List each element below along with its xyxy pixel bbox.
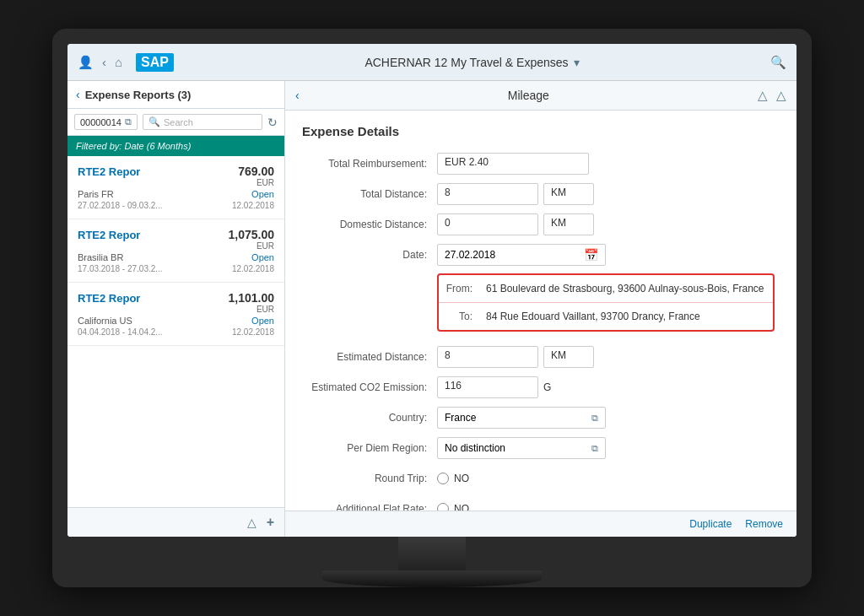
nav-search-icon[interactable]: 🔍 bbox=[770, 55, 786, 70]
domestic-distance-unit: KM bbox=[543, 213, 594, 235]
expense-list: RTE2 Repor 769.00 EUR Paris FR Open 2 bbox=[68, 156, 284, 507]
expense-currency-2: EUR bbox=[256, 241, 274, 251]
co2-unit: G bbox=[543, 381, 551, 393]
date-label: Date: bbox=[302, 249, 437, 261]
left-back-arrow[interactable]: ‹ bbox=[76, 88, 80, 101]
per-diem-label: Per Diem Region: bbox=[302, 442, 437, 454]
estimated-distance-unit: KM bbox=[543, 346, 594, 368]
to-label: To: bbox=[439, 311, 481, 322]
expense-name-2: RTE2 Repor bbox=[78, 229, 140, 241]
refresh-icon[interactable]: ↻ bbox=[267, 116, 278, 129]
country-label: Country: bbox=[302, 412, 437, 424]
filter-icon[interactable]: △ bbox=[247, 516, 256, 529]
per-diem-dropdown[interactable]: No distinction ⧉ bbox=[437, 437, 606, 459]
nav-icons: 👤 ‹ ⌂ SAP bbox=[78, 53, 174, 72]
expense-location-2: Brasilia BR bbox=[78, 252, 123, 262]
to-input[interactable] bbox=[481, 305, 773, 327]
estimated-distance-row: Estimated Distance: 8 KM bbox=[302, 345, 780, 369]
copy-icon[interactable]: ⧉ bbox=[125, 116, 132, 127]
co2-row: Estimated CO2 Emission: 116 G bbox=[302, 376, 780, 399]
expense-location-1: Paris FR bbox=[78, 189, 114, 199]
from-label: From: bbox=[439, 283, 481, 294]
total-reimbursement-input[interactable]: EUR 2.40 bbox=[437, 153, 589, 175]
expense-location-3: California US bbox=[78, 316, 132, 326]
flat-rate-label: Additional Flat Rate: bbox=[302, 503, 437, 511]
home-icon[interactable]: ⌂ bbox=[115, 55, 122, 69]
expense-date-range-2: 17.03.2018 - 27.03.2... bbox=[78, 264, 163, 273]
from-row: From: bbox=[439, 275, 773, 303]
country-dropdown[interactable]: France ⧉ bbox=[437, 407, 606, 429]
round-trip-label: Round Trip: bbox=[302, 473, 437, 484]
expense-amount-2: 1,075.00 bbox=[229, 228, 275, 241]
co2-label: Estimated CO2 Emission: bbox=[302, 381, 437, 393]
monitor: 👤 ‹ ⌂ SAP ACHERNAR 12 My Travel & Expens… bbox=[52, 29, 812, 587]
total-distance-input[interactable]: 8 bbox=[437, 183, 538, 205]
report-id-badge: 00000014 ⧉ bbox=[74, 114, 138, 130]
expense-currency-3: EUR bbox=[256, 305, 274, 314]
expense-date2-1: 12.02.2018 bbox=[232, 201, 274, 210]
from-to-wrapper: From: To: bbox=[302, 273, 780, 338]
expense-item-2[interactable]: RTE2 Repor 1,075.00 EUR Brasilia BR Open bbox=[68, 219, 284, 283]
user-icon[interactable]: 👤 bbox=[78, 55, 94, 70]
from-input[interactable] bbox=[481, 278, 773, 300]
total-distance-label: Total Distance: bbox=[302, 188, 437, 200]
duplicate-button[interactable]: Duplicate bbox=[689, 518, 732, 530]
back-nav-icon[interactable]: ‹ bbox=[102, 55, 106, 69]
remove-button[interactable]: Remove bbox=[745, 518, 783, 530]
left-panel-title: Expense Reports (3) bbox=[85, 89, 276, 101]
left-search-row: 00000014 ⧉ 🔍 Search ↻ bbox=[68, 109, 284, 136]
expense-item-1[interactable]: RTE2 Repor 769.00 EUR Paris FR Open 2 bbox=[68, 156, 284, 219]
monitor-stand bbox=[68, 537, 796, 587]
left-footer: △ + bbox=[68, 507, 284, 537]
expense-details-form: Expense Details Total Reimbursement: EUR… bbox=[285, 111, 796, 511]
calendar-icon[interactable]: 📅 bbox=[584, 248, 598, 262]
expense-status-3: Open bbox=[251, 316, 274, 326]
domestic-distance-input[interactable]: 0 bbox=[437, 213, 538, 235]
monitor-neck bbox=[398, 537, 466, 570]
right-header: ‹ Mileage △ △ bbox=[285, 81, 796, 111]
filter-banner: Filtered by: Date (6 Months) bbox=[68, 136, 284, 156]
total-distance-row: Total Distance: 8 KM bbox=[302, 182, 780, 206]
round-trip-radio-group: NO bbox=[437, 473, 469, 484]
expense-date-range-3: 04.04.2018 - 14.04.2... bbox=[78, 327, 163, 337]
left-panel: ‹ Expense Reports (3) 00000014 ⧉ 🔍 Searc… bbox=[68, 81, 285, 537]
total-distance-unit: KM bbox=[543, 183, 594, 205]
flat-rate-radio-label: NO bbox=[454, 503, 469, 511]
estimated-distance-input[interactable]: 8 bbox=[437, 346, 538, 368]
domestic-distance-label: Domestic Distance: bbox=[302, 219, 437, 230]
round-trip-radio-label: NO bbox=[454, 473, 469, 484]
expense-amount-3: 1,101.00 bbox=[229, 291, 275, 305]
per-diem-row: Per Diem Region: No distinction ⧉ bbox=[302, 436, 780, 460]
left-header: ‹ Expense Reports (3) bbox=[68, 81, 284, 109]
expense-date2-2: 12.02.2018 bbox=[232, 264, 274, 273]
right-back-arrow[interactable]: ‹ bbox=[295, 89, 300, 102]
expense-name-1: RTE2 Repor bbox=[78, 165, 140, 178]
flat-rate-radio-group: NO bbox=[437, 503, 469, 511]
search-box[interactable]: 🔍 Search bbox=[143, 114, 262, 130]
date-input[interactable]: 27.02.2018 📅 bbox=[437, 244, 606, 266]
search-icon: 🔍 bbox=[148, 116, 160, 127]
expense-item-3[interactable]: RTE2 Repor 1,101.00 EUR California US Op… bbox=[68, 283, 284, 346]
expense-date2-3: 12.02.2018 bbox=[232, 327, 274, 337]
sap-logo: SAP bbox=[136, 53, 174, 72]
add-icon[interactable]: + bbox=[267, 515, 274, 530]
filter-outline-icon[interactable]: △ bbox=[758, 88, 768, 103]
country-row: Country: France ⧉ bbox=[302, 406, 780, 430]
per-diem-dropdown-arrow: ⧉ bbox=[591, 443, 598, 454]
expense-status-1: Open bbox=[251, 189, 274, 199]
co2-input[interactable]: 116 bbox=[437, 376, 538, 398]
right-panel: ‹ Mileage △ △ Expense Details Total Reim… bbox=[285, 81, 796, 537]
expense-currency-1: EUR bbox=[256, 178, 274, 187]
country-dropdown-arrow: ⧉ bbox=[591, 413, 598, 424]
right-footer: Duplicate Remove bbox=[285, 511, 796, 537]
from-to-group: From: To: bbox=[437, 273, 775, 332]
monitor-base bbox=[322, 570, 542, 587]
round-trip-row: Round Trip: NO bbox=[302, 467, 780, 490]
estimated-distance-label: Estimated Distance: bbox=[302, 351, 437, 363]
flat-rate-radio[interactable] bbox=[437, 503, 449, 511]
expense-name-3: RTE2 Repor bbox=[78, 292, 140, 305]
round-trip-radio[interactable] bbox=[437, 473, 449, 484]
sort-icon[interactable]: △ bbox=[776, 88, 786, 103]
flat-rate-row: Additional Flat Rate: NO bbox=[302, 497, 780, 511]
details-title: Expense Details bbox=[302, 124, 780, 138]
